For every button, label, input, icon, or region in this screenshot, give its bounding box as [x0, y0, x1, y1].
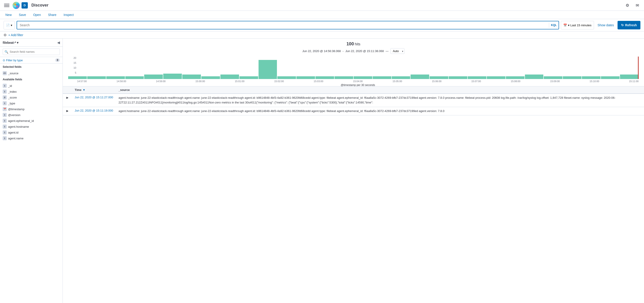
chart-bar[interactable]: [354, 76, 372, 79]
filter-icon-button[interactable]: ⊖: [4, 33, 6, 37]
search-input[interactable]: [17, 22, 549, 28]
search-bar: 📄 ▾ KQL 📅 ▾ Last 15 minutes Show dates ↻…: [0, 19, 644, 32]
share-button[interactable]: Share: [46, 12, 58, 18]
chevron-left-icon: ◀: [57, 41, 60, 45]
index-pattern-button[interactable]: filebeat-* ▾: [3, 41, 18, 45]
time-range-separator: -: [343, 49, 344, 53]
field-item[interactable]: t agent.ephemeral_id: [0, 118, 62, 124]
field-type-badge: t: [3, 136, 7, 140]
field-type-badge: </>: [3, 71, 7, 75]
results-table: Time ▾ _source ▶Jun 22, 2020 @ 15:11:27.…: [63, 86, 644, 115]
field-item[interactable]: t agent.id: [0, 130, 62, 135]
chart-bar[interactable]: [258, 60, 277, 79]
chart-bar[interactable]: [506, 76, 524, 79]
chart-bar[interactable]: [278, 76, 296, 79]
search-input-wrap: KQL: [16, 21, 559, 30]
chart-bar[interactable]: [334, 76, 353, 79]
chart-bar[interactable]: [106, 76, 125, 79]
refresh-button[interactable]: ↻ Refresh: [618, 21, 640, 30]
field-name: @timestamp: [8, 108, 24, 111]
field-search-input[interactable]: [3, 49, 60, 55]
field-item[interactable]: t _type: [0, 100, 62, 106]
chart-bar[interactable]: [449, 76, 467, 79]
time-selector-button[interactable]: 📅 ▾ Last 15 minutes: [561, 21, 594, 30]
field-name: _type: [8, 102, 15, 105]
top-nav: D Discover ⚙ ✉: [0, 0, 644, 11]
field-type-badge: t: [3, 125, 7, 129]
source-cell: agent.hostname: june-22-elasticstack-rea…: [116, 94, 644, 107]
chart-bar[interactable]: [487, 76, 506, 79]
user-icon-btn[interactable]: ⚙: [623, 1, 632, 10]
user-avatar[interactable]: D: [22, 2, 28, 9]
chart-bar[interactable]: [544, 76, 562, 79]
field-list: Selected fields </> _source Available fi…: [0, 64, 62, 303]
expand-row-button[interactable]: ▶: [66, 96, 69, 100]
chart-bar[interactable]: [525, 75, 544, 79]
filter-by-type-row: ⊙ Filter by type 0: [0, 57, 62, 64]
table-row: ▶Jun 22, 2020 @ 15:11:19.000agent.hostna…: [63, 107, 644, 115]
svg-point-0: [14, 4, 16, 6]
results-section[interactable]: Time ▾ _source ▶Jun 22, 2020 @ 15:11:27.…: [63, 86, 644, 303]
filter-by-type-button[interactable]: ⊙ Filter by type: [3, 59, 23, 62]
chart-bar[interactable]: [144, 75, 163, 79]
chart-bar[interactable]: [373, 76, 391, 79]
chart-x-axis: 14:57:00 14:58:00 14:59:00 15:00:00 15:0…: [68, 79, 638, 83]
chart-bar[interactable]: [620, 75, 638, 79]
collapse-sidebar-button[interactable]: ◀: [57, 40, 60, 45]
time-col-header[interactable]: Time ▾: [72, 86, 116, 94]
field-item[interactable]: t _index: [0, 89, 62, 95]
chart-bar[interactable]: [296, 76, 315, 79]
open-button[interactable]: Open: [32, 12, 42, 18]
chart-bar[interactable]: [468, 76, 486, 79]
chart-bar[interactable]: [163, 74, 182, 79]
field-item[interactable]: t agent.hostname: [0, 124, 62, 130]
field-name: agent.ephemeral_id: [8, 119, 34, 123]
time-range-end: Jun 22, 2020 @ 15:11:38.068: [345, 49, 384, 53]
time-col-label: Time: [75, 88, 82, 92]
chart-bar[interactable]: [430, 76, 448, 79]
field-item[interactable]: t _id: [0, 83, 62, 89]
chart-x-label: @timestamp per 30 seconds: [68, 84, 638, 87]
svg-point-2: [14, 6, 16, 7]
chart-bar[interactable]: [563, 76, 582, 79]
available-fields-label: Available fields: [3, 78, 60, 81]
field-search-wrap: 🔍: [3, 49, 60, 55]
add-filter-button[interactable]: + Add filter: [8, 33, 23, 37]
field-item[interactable]: # _score: [0, 95, 62, 100]
chart-bar[interactable]: [410, 75, 429, 79]
chart-bar[interactable]: [316, 76, 334, 79]
chart-bar[interactable]: [182, 75, 201, 79]
filter-circle-icon: ⊙: [3, 59, 5, 62]
chart-bar[interactable]: [392, 76, 410, 79]
field-item-source[interactable]: </> _source: [0, 70, 62, 76]
expand-row-button[interactable]: ▶: [66, 109, 69, 113]
time-range-label: Last 15 minutes: [570, 24, 592, 27]
red-line: [638, 57, 638, 79]
action-bar: New Save Open Share Inspect: [0, 11, 644, 19]
chart-bar[interactable]: [220, 75, 239, 79]
inspect-button[interactable]: Inspect: [62, 12, 76, 18]
chart-bar[interactable]: [601, 76, 620, 79]
field-item[interactable]: t agent.name: [0, 135, 62, 141]
user-icon: ⚙: [626, 3, 629, 8]
time-cell: Jun 22, 2020 @ 15:11:27.000: [72, 94, 116, 107]
save-button[interactable]: Save: [17, 12, 28, 18]
time-range-dash: —: [386, 49, 388, 53]
chart-bar[interactable]: [87, 76, 106, 79]
chart-bar[interactable]: [201, 76, 220, 79]
source-col-label: _source: [118, 88, 130, 92]
chart-bar[interactable]: [582, 76, 600, 79]
time-cell: Jun 22, 2020 @ 15:11:19.000: [72, 107, 116, 115]
field-item[interactable]: t @version: [0, 112, 62, 118]
mail-icon-btn[interactable]: ✉: [633, 1, 641, 10]
chart-bar[interactable]: [68, 76, 87, 79]
calendar-icon: 📅: [563, 24, 567, 27]
chart-bar[interactable]: [125, 76, 144, 79]
hamburger-menu[interactable]: [3, 1, 11, 10]
field-item[interactable]: 📅 @timestamp: [0, 106, 62, 112]
show-dates-button[interactable]: Show dates: [596, 23, 616, 28]
chart-bar[interactable]: [240, 76, 258, 79]
interval-select[interactable]: Auto: [390, 48, 404, 54]
new-button[interactable]: New: [4, 12, 14, 18]
search-type-button[interactable]: 📄 ▾: [4, 21, 15, 30]
